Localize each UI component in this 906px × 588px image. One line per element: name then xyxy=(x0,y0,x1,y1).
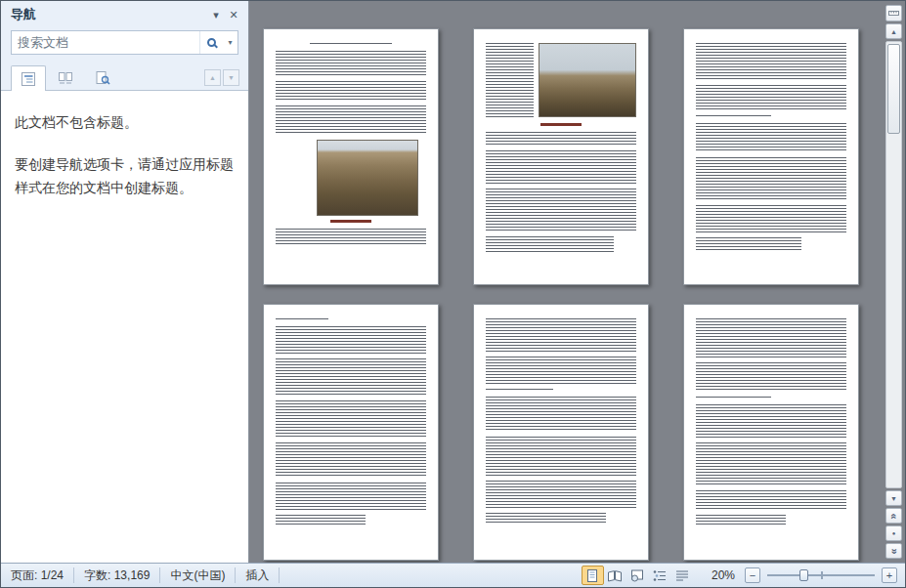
scroll-down-button[interactable]: ▼ xyxy=(885,490,902,506)
close-icon: ✕ xyxy=(229,9,237,21)
browse-object-icon: ● xyxy=(892,530,896,536)
text-block xyxy=(486,236,614,254)
text-block xyxy=(276,442,426,478)
nav-pane-close-button[interactable]: ✕ xyxy=(225,6,242,23)
zoom-slider[interactable] xyxy=(767,567,875,583)
outline-view-button[interactable] xyxy=(649,566,671,585)
full-screen-reading-view-button[interactable] xyxy=(604,566,626,585)
separator xyxy=(159,567,160,583)
chevron-down-icon: ▾ xyxy=(228,38,232,47)
up-arrow-icon: ▲ xyxy=(890,28,897,35)
zoom-slider-thumb[interactable] xyxy=(799,569,808,581)
tab-browse-results[interactable] xyxy=(85,64,120,90)
down-arrow-icon: ▼ xyxy=(890,495,897,502)
ruler-icon xyxy=(888,9,899,18)
word-count[interactable]: 字数: 13,169 xyxy=(82,567,151,584)
select-browse-object-button[interactable]: ● xyxy=(885,525,902,541)
title-line xyxy=(310,43,393,46)
text-block xyxy=(696,404,846,438)
photo-caption xyxy=(330,220,371,223)
search-button[interactable] xyxy=(199,31,223,54)
landscape-photo xyxy=(539,43,636,117)
text-block xyxy=(696,318,846,357)
page-thumbnail-3[interactable] xyxy=(683,28,859,285)
nav-pane-title: 导航 xyxy=(11,6,36,23)
previous-page-button[interactable]: « xyxy=(885,508,902,524)
print-layout-view-button[interactable] xyxy=(582,566,604,585)
double-chevron-up-icon: « xyxy=(888,513,899,519)
zoom-in-button[interactable]: + xyxy=(882,567,897,583)
up-arrow-icon: ▲ xyxy=(209,74,216,81)
search-input[interactable] xyxy=(12,35,199,50)
page-thumbnail-1[interactable] xyxy=(263,28,439,285)
text-block xyxy=(486,150,636,184)
page-thumbnail-4[interactable] xyxy=(263,304,439,561)
nav-results-panel: 此文档不包含标题。 要创建导航选项卡，请通过应用标题样式在您的文档中创建标题。 xyxy=(1,91,248,563)
tab-browse-headings[interactable] xyxy=(11,65,46,91)
page-thumbnail-6[interactable] xyxy=(683,304,859,561)
zoom-level-label[interactable]: 20% xyxy=(712,568,735,582)
text-block xyxy=(486,132,636,146)
text-block xyxy=(696,123,846,152)
search-row: ▾ xyxy=(1,26,248,62)
browse-results-icon xyxy=(95,70,110,86)
text-block xyxy=(276,326,426,354)
search-options-dropdown[interactable]: ▾ xyxy=(223,31,237,54)
browse-headings-icon xyxy=(21,71,36,87)
draft-view-button[interactable] xyxy=(671,566,694,585)
separator xyxy=(73,567,74,583)
full-screen-reading-icon xyxy=(607,569,623,582)
text-photo-row xyxy=(486,43,636,119)
text-block xyxy=(276,483,426,510)
zoom-out-button[interactable]: − xyxy=(745,567,760,583)
text-block xyxy=(276,229,426,244)
nav-pane-header: 导航 ▾ ✕ xyxy=(1,1,248,26)
ruler-toggle-button[interactable] xyxy=(885,5,902,21)
next-result-button[interactable]: ▼ xyxy=(223,69,239,86)
text-block xyxy=(696,43,846,80)
text-block xyxy=(276,105,426,135)
document-area[interactable]: ▲ ▼ « ● « xyxy=(249,1,905,563)
outline-view-icon xyxy=(652,569,668,582)
text-block xyxy=(276,51,426,76)
search-icon xyxy=(207,38,216,47)
web-layout-view-button[interactable] xyxy=(626,566,649,585)
next-page-button[interactable]: « xyxy=(885,543,902,559)
vertical-scrollbar: ▲ ▼ « ● « xyxy=(885,5,902,559)
web-layout-icon xyxy=(629,569,645,582)
nav-empty-title: 此文档不包含标题。 xyxy=(15,110,235,135)
text-block xyxy=(276,515,366,526)
heading-line xyxy=(276,318,328,321)
text-block xyxy=(276,81,426,101)
text-block xyxy=(486,318,636,352)
plus-icon: + xyxy=(886,570,892,581)
browse-pages-icon xyxy=(58,70,73,86)
previous-result-button[interactable]: ▲ xyxy=(204,69,221,86)
scrollbar-thumb[interactable] xyxy=(887,44,900,134)
text-block xyxy=(486,397,636,432)
down-arrow-icon: ▼ xyxy=(228,74,235,81)
separator xyxy=(279,567,280,583)
text-block xyxy=(696,490,846,510)
language-indicator[interactable]: 中文(中国) xyxy=(168,567,227,584)
scroll-up-button[interactable]: ▲ xyxy=(885,23,902,39)
nav-pane-options-button[interactable]: ▾ xyxy=(207,6,225,23)
print-layout-icon xyxy=(584,569,600,582)
page-indicator[interactable]: 页面: 1/24 xyxy=(9,567,65,584)
scrollbar-track[interactable] xyxy=(885,41,902,488)
text-block xyxy=(276,400,426,438)
page-thumbnail-2[interactable] xyxy=(473,28,649,285)
landscape-photo xyxy=(317,140,418,216)
page-thumbnail-5[interactable] xyxy=(473,304,649,561)
photo-caption xyxy=(540,123,582,126)
text-block xyxy=(486,189,636,231)
text-block xyxy=(696,237,801,251)
word-window: 导航 ▾ ✕ ▾ xyxy=(0,0,906,588)
draft-view-icon xyxy=(674,569,690,582)
chevron-down-icon: ▾ xyxy=(213,9,219,21)
insert-mode-indicator[interactable]: 插入 xyxy=(243,567,271,584)
text-block xyxy=(696,205,846,232)
tab-browse-pages[interactable] xyxy=(48,64,83,90)
text-block xyxy=(696,442,846,485)
navigation-pane: 导航 ▾ ✕ ▾ xyxy=(1,1,249,563)
